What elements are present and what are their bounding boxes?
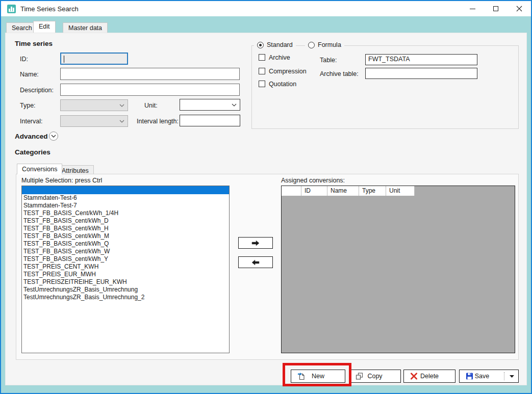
interval-length-input[interactable] [180, 115, 240, 126]
conversion-listbox[interactable]: Stammdaten-Test-6Stammdaten-Test-7TEST_F… [21, 186, 230, 353]
assigned-conversions-grid[interactable]: IDNameTypeUnit [281, 186, 515, 353]
annotation-highlight-rectangle [283, 363, 351, 386]
assigned-table-header: IDNameTypeUnit [282, 186, 515, 196]
minimize-icon [470, 9, 475, 9]
compression-checkbox-label[interactable]: Compression [269, 68, 307, 75]
interval-label: Interval: [20, 118, 42, 125]
chevron-down-icon [119, 120, 124, 123]
assign-button[interactable] [238, 237, 273, 249]
interval-dropdown [60, 115, 128, 127]
delete-button[interactable]: Delete [403, 370, 455, 383]
text-caret [64, 56, 64, 63]
list-item[interactable]: TEST_PREISZEITREIHE_EUR_KWH [22, 278, 229, 286]
compression-checkbox[interactable] [259, 68, 265, 74]
column-header[interactable]: Name [327, 186, 359, 196]
list-item[interactable]: TestUmrechnungsZR_Basis_Umrechnung_2 [22, 294, 229, 301]
name-label: Name: [20, 71, 39, 78]
radio-standard[interactable]: Standard [254, 41, 296, 48]
list-item[interactable]: TEST_FB_BASIS_cent/kWh_H [22, 225, 229, 232]
save-button-label: Save [460, 370, 504, 382]
archive-checkbox[interactable] [259, 54, 265, 61]
list-item[interactable]: TEST_FB_BASIS_cent/kWh_W [22, 248, 229, 255]
table-input[interactable]: FWT_TSDATA [365, 54, 477, 65]
titlebar: Time Series Search [1, 1, 531, 16]
list-item[interactable]: TestUmrechnungsZR_Basis_Umrechnung [22, 286, 229, 294]
list-item[interactable]: TEST_FB_BASIS_cent/kWh_Q [22, 240, 229, 248]
tab-conversions[interactable]: Conversions [17, 164, 62, 174]
close-icon [516, 6, 522, 12]
chevron-down-icon [232, 103, 237, 107]
unit-label: Unit: [144, 102, 158, 109]
quotation-checkbox-label[interactable]: Quotation [269, 81, 296, 88]
unit-dropdown[interactable] [180, 99, 240, 111]
id-input[interactable] [60, 52, 128, 65]
arrow-right-icon [251, 240, 260, 246]
window-title: Time Series Search [20, 5, 79, 13]
save-split-separator [504, 372, 504, 380]
arrow-left-icon [251, 259, 260, 266]
window-controls [461, 1, 531, 16]
categories-heading: Categories [15, 148, 50, 156]
list-item[interactable]: Stammdaten-Test-7 [22, 202, 229, 209]
archive-table-input[interactable] [365, 68, 477, 79]
column-header[interactable]: ID [301, 186, 327, 196]
list-item[interactable]: TEST_FB_BASIS_Cent/kWh_1/4H [22, 209, 229, 217]
maximize-button[interactable] [484, 1, 508, 16]
radio-button-icon [257, 42, 264, 48]
archive-checkbox-label[interactable]: Archive [269, 54, 290, 61]
table-label: Table: [320, 57, 337, 64]
minimize-button[interactable] [461, 1, 484, 16]
save-button[interactable]: Save [459, 370, 519, 383]
tab-master-data[interactable]: Master data [63, 22, 108, 33]
id-label: ID: [20, 56, 28, 63]
archive-table-label: Archive table: [320, 70, 359, 77]
multi-select-hint: Multiple Selection: press Ctrl [21, 177, 102, 184]
advanced-heading: Advanced [15, 133, 48, 140]
app-window: Time Series Search Search Edit Master da… [0, 0, 532, 394]
radio-formula[interactable]: Formula [305, 41, 344, 48]
radio-formula-label: Formula [318, 41, 341, 48]
copy-button[interactable]: Copy [349, 370, 401, 383]
list-item[interactable]: TEST_FB_BASIS_cent/kWh_M [22, 232, 229, 240]
list-item[interactable] [22, 186, 229, 194]
column-header[interactable]: Unit [386, 186, 415, 196]
quotation-checkbox[interactable] [259, 81, 265, 87]
maximize-icon [493, 6, 498, 11]
type-label: Type: [20, 102, 36, 109]
list-item[interactable]: Stammdaten-Test-6 [22, 194, 229, 202]
unassign-button[interactable] [238, 256, 273, 268]
list-item[interactable]: TEST_PREIS_CENT_KWH [22, 263, 229, 271]
advanced-expander-button[interactable] [49, 132, 58, 141]
copy-button-label: Copy [349, 370, 400, 382]
column-header[interactable] [282, 186, 301, 196]
tab-edit[interactable]: Edit [33, 21, 56, 33]
conversions-panel: Multiple Selection: press Ctrl Stammdate… [16, 174, 519, 360]
app-icon [7, 5, 16, 13]
column-header[interactable]: Type [359, 186, 386, 196]
storage-groupbox: Standard Formula Archive Compression Quo… [251, 45, 519, 129]
list-item[interactable]: TEST_PREIS_EUR_MWH [22, 271, 229, 278]
chevron-down-icon [119, 104, 124, 107]
name-input[interactable] [60, 68, 240, 80]
interval-length-label: Interval length: [137, 118, 179, 125]
radio-standard-label: Standard [267, 41, 293, 48]
list-item[interactable]: TEST_FB_BASIS_cent/kWh_D [22, 217, 229, 225]
list-item[interactable]: TEST_FB_BASIS_cent/kWh_Y [22, 255, 229, 263]
description-input[interactable] [60, 84, 240, 96]
save-menu-chevron-icon[interactable] [510, 375, 514, 378]
close-button[interactable] [508, 1, 531, 16]
type-dropdown [60, 99, 128, 111]
delete-button-label: Delete [404, 370, 455, 382]
radio-button-icon [308, 42, 315, 48]
time-series-heading: Time series [15, 40, 53, 47]
assigned-conversions-label: Assigned conversions: [281, 177, 345, 184]
description-label: Description: [20, 87, 54, 94]
edit-tab-page: Time series ID: Name: Description: Type:… [5, 33, 527, 385]
chevron-down-circle-icon [51, 135, 56, 138]
